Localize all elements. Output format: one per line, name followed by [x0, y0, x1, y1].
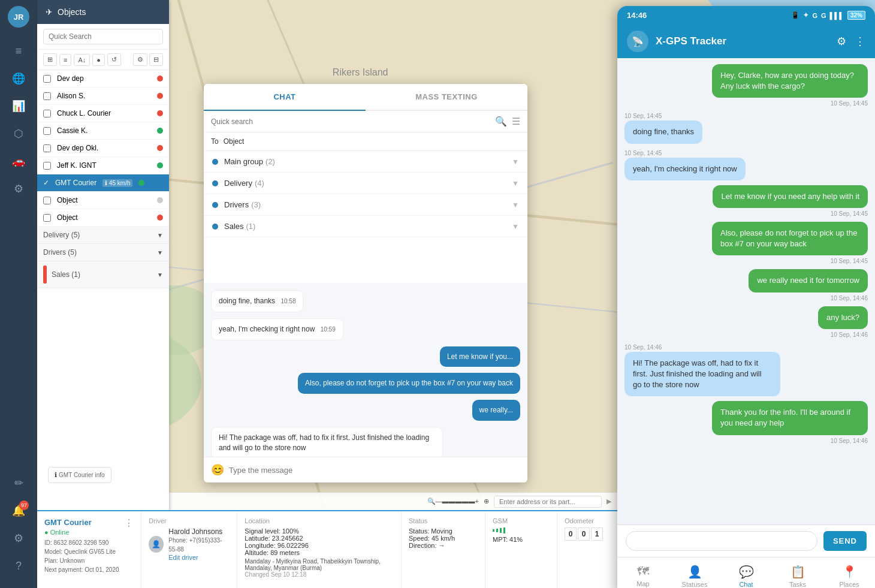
objects-title: Objects: [58, 7, 86, 17]
toolbar-dot-btn[interactable]: ●: [92, 54, 105, 66]
object-item-obj1[interactable]: Object: [37, 192, 169, 209]
sidebar-icon-geofences[interactable]: ⬡: [7, 122, 30, 145]
object-checkbox[interactable]: [43, 92, 51, 100]
message-text: Also, please do not forget to pick up th…: [305, 379, 513, 387]
search-btn[interactable]: ▶: [607, 497, 611, 505]
mpt-value: MPT: 41%: [493, 536, 550, 543]
object-checkbox[interactable]: [43, 127, 51, 135]
gear-icon[interactable]: ⚙: [837, 35, 846, 48]
chat-search-input[interactable]: [211, 117, 490, 126]
send-button[interactable]: SEND: [823, 531, 867, 551]
sidebar-icon-help[interactable]: ?: [7, 554, 30, 577]
object-item-gmt[interactable]: ✓ GMT Courier ℹ 45 km/h: [37, 174, 169, 192]
emoji-button[interactable]: 😊: [211, 463, 224, 477]
more-icon[interactable]: ⋮: [855, 35, 865, 48]
message-timestamp: 10 Sep, 14:45: [624, 150, 662, 156]
chat-nav-icon: 💬: [739, 565, 754, 579]
group-row-drivers[interactable]: Drivers (3) ▼: [204, 194, 527, 216]
plus-icon[interactable]: ⊕: [484, 497, 489, 505]
phone-input-bar: SEND: [617, 524, 875, 557]
group-item-sales[interactable]: Sales (1) ▼: [37, 261, 169, 288]
object-checkbox[interactable]: [43, 197, 51, 204]
object-item-devokl[interactable]: Dev dep Okl.: [37, 140, 169, 157]
group-name: Sales (1): [52, 270, 80, 279]
message-timestamp: 10 Sep, 14:45: [831, 258, 868, 264]
tab-mass-texting[interactable]: MASS TEXTING: [366, 84, 527, 110]
object-item-cassie[interactable]: Cassie K.: [37, 122, 169, 140]
search-icon[interactable]: 🔍: [495, 116, 507, 127]
toolbar-filter2-btn[interactable]: ⚙: [133, 53, 147, 66]
nav-item-statuses[interactable]: 👤 Statuses: [669, 562, 720, 588]
vehicle-status: ● Online: [44, 529, 134, 536]
toolbar-refresh-btn[interactable]: ↺: [107, 53, 121, 66]
user-avatar[interactable]: JR: [8, 6, 29, 28]
gsm-info: GSM MPT: 41%: [485, 511, 557, 588]
sidebar-icon-reports[interactable]: 📊: [7, 95, 30, 117]
list-icon[interactable]: ☰: [512, 116, 520, 127]
toolbar-grid-btn[interactable]: ⊞: [43, 53, 57, 66]
object-item-alison[interactable]: Alison S.: [37, 88, 169, 105]
vehicle-menu-icon[interactable]: ⋮: [124, 517, 134, 529]
info-icon: ℹ: [55, 471, 57, 478]
driver-edit-link[interactable]: Edit driver: [168, 554, 230, 561]
zoom-control[interactable]: 🔍—▬▬▬▬▬+: [427, 497, 479, 505]
phone-message-2: 10 Sep, 14:45 doing fine, thanks: [624, 111, 868, 143]
status-info: Status Status: Moving Speed: 45 km/h Dir…: [402, 511, 485, 588]
sidebar-icon-notifications[interactable]: 🔔 97: [7, 499, 30, 522]
group-item-drivers[interactable]: Drivers (5) ▼: [37, 244, 169, 261]
chat-overlay: CHAT MASS TEXTING 🔍 ☰ To Object Main gro…: [204, 84, 527, 483]
sidebar-icon-edit[interactable]: ✏: [7, 472, 30, 494]
statuses-nav-icon: 👤: [687, 565, 702, 579]
message-bubble: Let me know if you...: [440, 346, 520, 367]
group-row-main[interactable]: Main group (2) ▼: [204, 151, 527, 173]
message-timestamp: 10 Sep, 14:46: [831, 295, 868, 301]
chat-message-input[interactable]: [229, 466, 520, 475]
chevron-down-icon: ▼: [512, 222, 519, 231]
nav-item-map[interactable]: 🗺 Map: [617, 562, 669, 588]
chevron-down-icon: ▼: [512, 201, 519, 209]
group-name: Drivers (5): [43, 248, 77, 257]
object-item-obj2[interactable]: Object: [37, 209, 169, 227]
vehicle-name: GMT Courier: [44, 518, 92, 527]
object-checkbox[interactable]: [43, 144, 51, 152]
toolbar-filter-btn[interactable]: A↓: [74, 54, 90, 66]
object-item-devdep[interactable]: Dev dep: [37, 70, 169, 88]
address-search-input[interactable]: [494, 496, 602, 508]
sidebar-icon-settings[interactable]: ⚙: [7, 527, 30, 550]
object-checkbox[interactable]: [43, 110, 51, 117]
gps-icon: 📡: [632, 36, 644, 47]
changed-time: Changed Sep 10 12:18: [245, 571, 394, 578]
battery-icon: 32%: [847, 11, 865, 20]
message-text: Also, please do not forget to pick up th…: [720, 228, 857, 248]
sidebar-icon-objects[interactable]: 🚗: [7, 150, 30, 173]
toolbar-columns-btn[interactable]: ⊟: [149, 53, 163, 66]
sidebar-icon-menu[interactable]: ≡: [7, 40, 30, 62]
message-text: any luck?: [826, 313, 859, 322]
tab-chat[interactable]: CHAT: [204, 84, 366, 111]
objects-search-input[interactable]: [43, 29, 163, 44]
message-row: Let me know if you...: [211, 346, 520, 367]
group-name: Delivery: [224, 179, 252, 188]
phone-messages: Hey, Clarke, how are you doing today? An…: [617, 58, 875, 524]
nav-label-tasks: Tasks: [789, 581, 806, 588]
group-item-delivery[interactable]: Delivery (5) ▼: [37, 227, 169, 244]
sidebar-icon-map[interactable]: 🌐: [7, 67, 30, 90]
object-item-jeff[interactable]: Jeff K. IGNT: [37, 157, 169, 174]
phone-message-input[interactable]: [626, 531, 817, 551]
nav-item-places[interactable]: 📍 Places: [823, 562, 875, 588]
notification-badge: 97: [19, 500, 29, 510]
phone-header-actions: ⚙ ⋮: [837, 35, 865, 48]
object-checkbox[interactable]: [43, 214, 51, 222]
nav-item-chat[interactable]: 💬 Chat: [720, 562, 772, 588]
toolbar-list-btn[interactable]: ≡: [59, 54, 71, 66]
phone-message-3: 10 Sep, 14:45 yeah, I'm checking it righ…: [624, 149, 868, 180]
object-status-dot: [157, 128, 163, 134]
status-icons: 📱 ✦ G G ▌▌▌ 32%: [791, 11, 865, 20]
sidebar-icon-plugins[interactable]: ⚙: [7, 177, 30, 200]
object-checkbox[interactable]: [43, 162, 51, 170]
group-row-delivery[interactable]: Delivery (4) ▼: [204, 173, 527, 194]
object-checkbox[interactable]: [43, 75, 51, 83]
object-item-chuck[interactable]: Chuck L. Courier: [37, 105, 169, 122]
group-row-sales[interactable]: Sales (1) ▼: [204, 216, 527, 237]
nav-item-tasks[interactable]: 📋 Tasks: [772, 562, 823, 588]
